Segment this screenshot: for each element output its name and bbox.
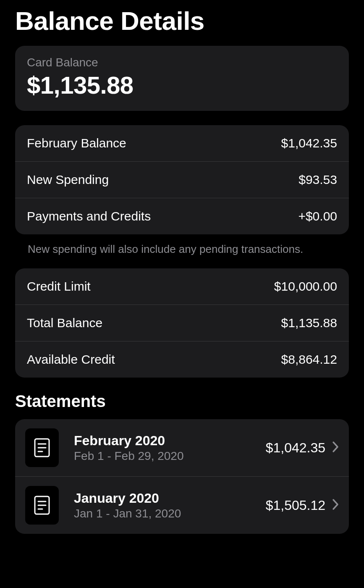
card-balance-value: $1,135.88: [27, 71, 337, 99]
statement-range: Feb 1 - Feb 29, 2020: [74, 449, 266, 463]
credit-label: Total Balance: [27, 316, 102, 330]
statements-card: February 2020 Feb 1 - Feb 29, 2020 $1,04…: [15, 419, 349, 534]
credit-row-credit-limit: Credit Limit $10,000.00: [15, 268, 349, 305]
credit-row-total-balance: Total Balance $1,135.88: [15, 305, 349, 341]
breakdown-label: New Spending: [27, 173, 109, 187]
credit-label: Available Credit: [27, 352, 115, 367]
statement-icon: [25, 428, 59, 467]
page-title: Balance Details: [15, 0, 349, 46]
chevron-right-icon: [332, 441, 339, 454]
breakdown-row-new-spending: New Spending $93.53: [15, 162, 349, 198]
credit-value: $8,864.12: [281, 352, 337, 367]
statement-range: Jan 1 - Jan 31, 2020: [74, 507, 266, 520]
breakdown-value: $1,042.35: [281, 136, 337, 150]
statement-row[interactable]: January 2020 Jan 1 - Jan 31, 2020 $1,505…: [15, 477, 349, 534]
statement-title: January 2020: [74, 491, 266, 506]
statement-body: February 2020 Feb 1 - Feb 29, 2020: [74, 433, 266, 463]
credit-value: $1,135.88: [281, 316, 337, 330]
statement-amount: $1,505.12: [266, 498, 325, 513]
credit-row-available-credit: Available Credit $8,864.12: [15, 341, 349, 378]
statement-body: January 2020 Jan 1 - Jan 31, 2020: [74, 491, 266, 520]
breakdown-row-february-balance: February Balance $1,042.35: [15, 125, 349, 162]
card-balance-card: Card Balance $1,135.88: [15, 46, 349, 111]
credit-card: Credit Limit $10,000.00 Total Balance $1…: [15, 268, 349, 378]
credit-value: $10,000.00: [274, 279, 337, 294]
card-balance-label: Card Balance: [27, 56, 337, 69]
breakdown-value: $93.53: [299, 173, 337, 187]
balance-breakdown-card: February Balance $1,042.35 New Spending …: [15, 125, 349, 234]
statement-row[interactable]: February 2020 Feb 1 - Feb 29, 2020 $1,04…: [15, 419, 349, 477]
chevron-right-icon: [332, 499, 339, 512]
breakdown-note: New spending will also include any pendi…: [15, 234, 349, 268]
breakdown-row-payments-credits: Payments and Credits +$0.00: [15, 198, 349, 234]
statement-amount: $1,042.35: [266, 440, 325, 456]
breakdown-label: February Balance: [27, 136, 126, 150]
breakdown-value: +$0.00: [298, 209, 337, 223]
statements-heading: Statements: [15, 378, 349, 419]
credit-label: Credit Limit: [27, 279, 91, 294]
statement-icon: [25, 486, 59, 525]
breakdown-label: Payments and Credits: [27, 209, 151, 223]
statement-title: February 2020: [74, 433, 266, 449]
